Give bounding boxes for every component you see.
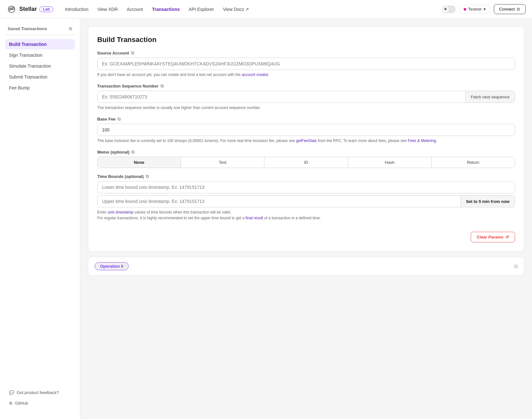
sequence-input-group: Fetch next sequence	[97, 91, 515, 103]
source-account-label: Source Account ⧉	[97, 50, 515, 56]
time-bounds-field: Time Bounds (optional) ⧉ Set to 5 min fr…	[97, 174, 515, 221]
memo-field: Memo (optional) ⧉ None Text ID Hash Retu…	[97, 149, 515, 168]
connect-button[interactable]: Connect ⊙	[494, 4, 526, 14]
operation-header: Operation 0 ⧉	[88, 257, 524, 275]
sidebar-divider	[5, 35, 75, 35]
main-content: Build Transaction Source Account ⧉ If yo…	[80, 19, 532, 419]
build-transaction-card: Build Transaction Source Account ⧉ If yo…	[88, 26, 524, 252]
memo-tab-text[interactable]: Text	[181, 157, 264, 168]
nav-links: Introduction View XDR Account Transactio…	[61, 5, 441, 14]
time-bounds-label: Time Bounds (optional) ⧉	[97, 174, 515, 179]
sidebar: Saved Transactions ⊞ Build Transaction S…	[0, 19, 80, 419]
nav-view-docs[interactable]: View Docs ↗	[219, 5, 253, 14]
sidebar-feedback[interactable]: 💬 Got product feedback?	[5, 388, 75, 398]
topnav: Stellar Lab Introduction View XDR Accoun…	[0, 0, 532, 19]
base-fee-hint: The base inclusion fee is currently set …	[97, 138, 515, 144]
network-selector[interactable]: Testnet ▾	[459, 5, 490, 13]
connect-icon: ⊙	[517, 7, 520, 12]
memo-copy-icon[interactable]: ⧉	[131, 149, 134, 155]
time-bounds-hint: Enter unix timestamp values of time boun…	[97, 209, 515, 221]
sidebar-bottom: 💬 Got product feedback? ⊚ GitHub	[5, 388, 75, 411]
lower-time-bound-row	[97, 181, 515, 193]
operation-badge[interactable]: Operation 0	[95, 262, 129, 270]
theme-toggle-circle: ☀	[442, 6, 449, 13]
base-fee-field: Base Fee ⧉ The base inclusion fee is cur…	[97, 116, 515, 144]
sun-icon: ☀	[443, 6, 448, 12]
base-fee-input[interactable]	[97, 124, 515, 136]
network-label: Testnet	[468, 7, 482, 12]
stellar-logo-icon	[6, 4, 17, 14]
nav-account[interactable]: Account	[123, 5, 147, 14]
sidebar-item-build-transaction[interactable]: Build Transaction	[5, 39, 75, 49]
memo-label: Memo (optional) ⧉	[97, 149, 515, 155]
get-fee-stats-link[interactable]: getFeeStats	[296, 138, 317, 143]
memo-tab-hash[interactable]: Hash	[348, 157, 432, 168]
lower-time-bound-input[interactable]	[97, 181, 515, 193]
memo-tabs: None Text ID Hash Return	[97, 157, 515, 168]
base-fee-copy-icon[interactable]: ⧉	[117, 116, 121, 122]
source-account-input[interactable]	[97, 58, 515, 70]
feedback-icon: 💬	[9, 390, 14, 395]
sidebar-item-fee-bump[interactable]: Fee Bump	[5, 83, 75, 93]
sidebar-item-simulate-transaction[interactable]: Simulate Transaction	[5, 61, 75, 71]
memo-tab-none[interactable]: None	[98, 157, 181, 168]
refresh-icon: ↺	[505, 235, 509, 239]
brand-name: Stellar	[19, 6, 37, 13]
fees-metering-link[interactable]: Fees & Metering	[408, 138, 436, 143]
clear-params-button[interactable]: Clear Params ↺	[471, 232, 515, 242]
sidebar-item-sign-transaction[interactable]: Sign Transaction	[5, 50, 75, 60]
operation-copy-icon[interactable]: ⧉	[514, 264, 518, 269]
network-dot	[464, 8, 466, 11]
sequence-number-input[interactable]	[98, 91, 465, 103]
memo-tab-id[interactable]: ID	[264, 157, 348, 168]
sidebar-item-submit-transaction[interactable]: Submit Transaction	[5, 72, 75, 82]
sidebar-github[interactable]: ⊚ GitHub	[5, 398, 75, 408]
card-title: Build Transaction	[97, 36, 515, 44]
sidebar-top: Saved Transactions ⊞ Build Transaction S…	[5, 26, 75, 94]
save-icon[interactable]: ⊞	[69, 26, 72, 31]
sequence-number-label: Transaction Sequence Number ⧉	[97, 83, 515, 89]
chevron-down-icon: ▾	[484, 7, 486, 12]
account-creator-link[interactable]: account creator	[242, 72, 268, 77]
final-result-link[interactable]: final result	[245, 216, 263, 220]
nav-api-explorer[interactable]: API Explorer	[185, 5, 218, 14]
connect-label: Connect	[499, 7, 515, 12]
logo-area: Stellar Lab	[6, 4, 53, 14]
nav-right: ☀ Testnet ▾ Connect ⊙	[442, 4, 526, 14]
lab-badge: Lab	[39, 6, 53, 12]
sidebar-section-title: Saved Transactions ⊞	[5, 26, 75, 31]
source-account-field: Source Account ⧉ If you don't have an ac…	[97, 50, 515, 78]
layout: Saved Transactions ⊞ Build Transaction S…	[0, 19, 532, 419]
sequence-hint: The transaction sequence number is usual…	[97, 105, 515, 111]
time-bounds-copy-icon[interactable]: ⧉	[146, 174, 149, 179]
set-5min-button[interactable]: Set to 5 min from now	[460, 196, 515, 207]
nav-view-xdr[interactable]: View XDR	[94, 5, 122, 14]
source-account-hint: If you don't have an account yet, you ca…	[97, 72, 515, 78]
sequence-copy-icon[interactable]: ⧉	[160, 83, 164, 89]
github-icon: ⊚	[9, 401, 13, 406]
clear-params-row: Clear Params ↺	[97, 227, 515, 242]
unix-timestamp-link[interactable]: unix timestamp	[107, 210, 133, 214]
source-account-copy-icon[interactable]: ⧉	[131, 50, 134, 56]
upper-time-bound-group: Set to 5 min from now	[97, 195, 515, 207]
nav-introduction[interactable]: Introduction	[61, 5, 92, 14]
operation-card: Operation 0 ⧉	[88, 257, 524, 276]
nav-transactions[interactable]: Transactions	[148, 5, 184, 14]
sequence-number-field: Transaction Sequence Number ⧉ Fetch next…	[97, 83, 515, 111]
theme-toggle[interactable]: ☀	[442, 5, 456, 13]
upper-time-bound-input[interactable]	[98, 196, 460, 207]
fetch-sequence-button[interactable]: Fetch next sequence	[465, 91, 515, 103]
memo-tab-return[interactable]: Return	[432, 157, 515, 168]
base-fee-label: Base Fee ⧉	[97, 116, 515, 122]
